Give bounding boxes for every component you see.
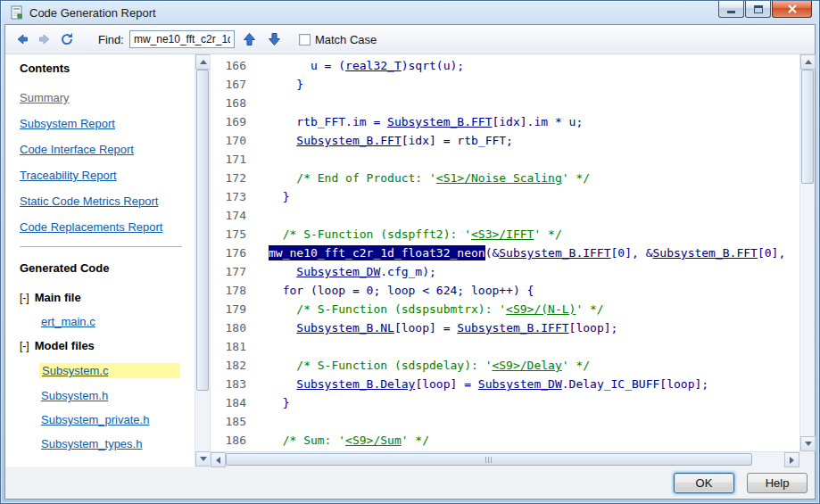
- close-button[interactable]: [772, 1, 812, 18]
- sidebar-scroll-thumb[interactable]: [196, 70, 209, 391]
- comment-link[interactable]: <S9>/(N-L): [506, 302, 576, 316]
- comment-link[interactable]: <S9>/Sum: [345, 434, 402, 447]
- sidebar-link-static-code-metrics-report[interactable]: Static Code Metrics Report: [20, 194, 158, 208]
- refresh-button[interactable]: [57, 29, 77, 49]
- collapse-toggle[interactable]: [-]: [20, 292, 29, 304]
- match-case-checkbox[interactable]: [299, 34, 311, 45]
- code-horizontal-scroll-track[interactable]: [752, 452, 784, 467]
- file-link-subsystem.h[interactable]: Subsystem.h: [41, 389, 108, 402]
- down-triangle-icon: [200, 457, 207, 461]
- code-segment: [loop] =: [415, 377, 477, 391]
- code-segment: [269, 265, 296, 278]
- titlebar[interactable]: Code Generation Report: [4, 1, 816, 24]
- comment-link[interactable]: <S3>/IFFT: [471, 227, 534, 241]
- code-horizontal-scrollbar[interactable]: [211, 451, 799, 467]
- code-segment: .Delay_IC_BUFF[loop];: [562, 377, 708, 391]
- code-segment: (&: [485, 246, 500, 260]
- line-number: 171: [216, 150, 246, 169]
- code-comment: /* S-Function (sdspdelay): ': [269, 359, 492, 372]
- code-vertical-scrollbar[interactable]: [799, 54, 815, 451]
- code-line: 166 u = (real32_T)sqrt(u);: [216, 56, 799, 75]
- code-comment: ' */: [576, 302, 603, 316]
- code-link[interactable]: Subsystem_B.NL: [296, 321, 394, 335]
- file-row: ert_main.c: [41, 315, 95, 328]
- right-triangle-icon: [790, 457, 794, 464]
- collapse-toggle[interactable]: [-]: [20, 340, 29, 352]
- code-comment: ' */: [534, 227, 561, 241]
- line-number: 186: [216, 431, 246, 450]
- code-scroll-down-button[interactable]: [800, 436, 816, 451]
- generated-code-heading: Generated Code: [20, 261, 195, 275]
- code-link[interactable]: Subsystem_B.IFFT: [457, 321, 568, 335]
- file-group-model-files: [-]Model files: [20, 339, 195, 352]
- sidebar-scrollbar[interactable]: [195, 54, 210, 467]
- code-line: 172 /* End of Product: '<S1>/Noise Scali…: [216, 169, 799, 187]
- code-link[interactable]: Subsystem_DW: [478, 377, 562, 391]
- line-number: 168: [216, 94, 246, 112]
- forward-arrow-icon: [37, 32, 52, 46]
- code-link[interactable]: Subsystem_B.Delay: [296, 377, 415, 391]
- find-input[interactable]: [129, 30, 235, 48]
- sidebar-scroll-up-button[interactable]: [195, 54, 211, 70]
- ok-button[interactable]: OK: [674, 473, 734, 493]
- sidebar-link-code-replacements-report[interactable]: Code Replacements Report: [20, 220, 162, 234]
- code-segment: for (loop = 0; loop < 624; loop++) {: [269, 284, 534, 297]
- back-arrow-icon: [15, 32, 29, 46]
- up-arrow-icon: [243, 32, 256, 46]
- content-area: Contents SummarySubsystem ReportCode Int…: [5, 54, 815, 467]
- code-link[interactable]: Subsystem_B.FFT: [387, 115, 492, 128]
- sidebar-link-summary[interactable]: Summary: [20, 91, 70, 104]
- code-scroll-right-button[interactable]: [784, 452, 799, 467]
- maximize-button[interactable]: [745, 1, 771, 18]
- code-line: 169 rtb_FFT.im = Subsystem_B.FFT[idx].im…: [216, 112, 799, 131]
- help-button[interactable]: Help: [747, 473, 808, 493]
- code-link[interactable]: Subsystem_B.FFT: [296, 134, 401, 147]
- code-comment: /* End of Product: ': [269, 171, 436, 185]
- back-button[interactable]: [12, 29, 32, 49]
- file-link-ert_main.c[interactable]: ert_main.c: [41, 315, 95, 328]
- minimize-icon: [727, 11, 735, 13]
- code-line: 170 Subsystem_B.FFT[idx] = rtb_FFT;: [216, 131, 799, 150]
- code-comment: /* S-Function (sdspsubmtrx): ': [269, 302, 506, 316]
- find-previous-button[interactable]: [240, 29, 260, 49]
- client-area: Find: Match Case Contents SummarySubsyst…: [4, 24, 816, 500]
- code-vertical-scroll-thumb[interactable]: [801, 70, 814, 184]
- code-line: 175 /* S-Function (sdspfft2): '<S3>/IFFT…: [216, 225, 799, 244]
- line-number: 184: [216, 393, 246, 412]
- forward-button[interactable]: [35, 29, 54, 49]
- line-number: 172: [216, 169, 246, 187]
- sidebar-scroll-track[interactable]: [195, 391, 210, 451]
- code-line: 178 for (loop = 0; loop < 624; loop++) {: [216, 281, 799, 300]
- code-panel: 166 u = (real32_T)sqrt(u);167 }168169 rt…: [210, 54, 815, 467]
- code-scroll-up-button[interactable]: [800, 54, 816, 70]
- sidebar-link-subsystem-report[interactable]: Subsystem Report: [20, 117, 115, 130]
- code-link[interactable]: Subsystem_DW: [296, 265, 380, 278]
- code-segment: [loop];: [569, 321, 618, 335]
- minimize-button[interactable]: [718, 1, 744, 18]
- file-link-subsystem_types.h[interactable]: Subsystem_types.h: [41, 437, 142, 450]
- down-arrow-icon: [268, 32, 281, 46]
- find-next-button[interactable]: [265, 29, 285, 49]
- file-link-subsystem_private.h[interactable]: Subsystem_private.h: [41, 413, 149, 426]
- code-line: 168: [216, 94, 799, 112]
- window-title: Code Generation Report: [29, 6, 156, 20]
- code-segment: [269, 134, 296, 147]
- code-link[interactable]: real32_T: [345, 59, 402, 72]
- comment-link[interactable]: <S1>/Noise Scaling: [436, 171, 562, 185]
- dialog-footer: OK Help: [5, 467, 815, 499]
- code-scroll-left-button[interactable]: [211, 452, 226, 467]
- line-number: 170: [216, 131, 246, 150]
- code-vertical-scroll-track[interactable]: [800, 184, 815, 436]
- code-link[interactable]: Subsystem_B.IFFT: [499, 246, 610, 260]
- code-link[interactable]: Subsystem_B.FFT: [653, 246, 758, 260]
- file-group-main-file: [-]Main file: [20, 291, 195, 304]
- sidebar-link-code-interface-report[interactable]: Code Interface Report: [20, 143, 134, 156]
- sidebar-link-traceability-report[interactable]: Traceability Report: [20, 169, 117, 182]
- line-number: 179: [216, 300, 246, 318]
- sidebar-scroll-down-button[interactable]: [195, 451, 211, 467]
- line-number: 185: [216, 412, 246, 431]
- code-line: 184 }: [216, 393, 799, 412]
- file-link-subsystem.c[interactable]: Subsystem.c: [42, 364, 108, 377]
- code-horizontal-scroll-thumb[interactable]: [226, 453, 752, 466]
- comment-link[interactable]: <S9>/Delay: [492, 359, 561, 372]
